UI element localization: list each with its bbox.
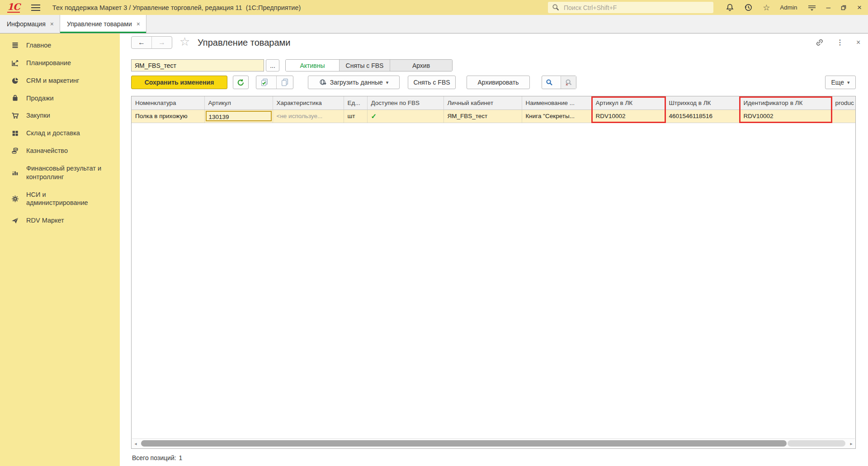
col-dostupen-po-fbs[interactable]: Доступен по FBS [367, 96, 443, 109]
col-lichnyy-kabinet[interactable]: Личный кабинет [443, 96, 522, 109]
scroll-right-arrow[interactable]: ▸ [848, 441, 855, 446]
more-button[interactable]: Еще ▾ [825, 76, 856, 89]
sidebar-item-zakupki[interactable]: Закупки [0, 107, 120, 124]
main-menu-icon[interactable] [31, 4, 41, 11]
user-menu-icon[interactable] [807, 4, 816, 11]
more-actions-kebab-icon[interactable]: ⋮ [836, 39, 844, 46]
sidebar-item-label: Продажи [26, 94, 54, 103]
tab-label: Управление товарами [67, 20, 132, 28]
user-name[interactable]: Admin [780, 4, 797, 11]
sidebar-item-finrezultat[interactable]: Финансовый результат и контроллинг [0, 160, 120, 186]
cell-artikul[interactable]: 130139 [204, 109, 273, 123]
close-form-icon[interactable]: × [856, 39, 860, 46]
col-artikul[interactable]: Артикул [204, 96, 273, 109]
cell-lichnyy-kabinet[interactable]: ЯМ_FBS_тест [443, 109, 522, 123]
horizontal-scrollbar[interactable]: ◂ ▸ [132, 438, 855, 448]
cell-identifikator-v-lk[interactable]: RDV10002 [740, 109, 831, 123]
col-identifikator-v-lk[interactable]: Идентификатор в ЛК [740, 96, 831, 109]
scrollbar-track[interactable] [139, 440, 848, 447]
cell-nomenklatura[interactable]: Полка в прихожую [132, 109, 204, 123]
viewtab-snyaty-s-fbs[interactable]: Сняты с FBS [339, 60, 390, 71]
back-button[interactable]: ← [132, 37, 151, 48]
col-product[interactable]: produc [831, 96, 856, 109]
search-icon [552, 4, 560, 11]
search-group [542, 76, 576, 89]
tab-upravlenie-tovarami[interactable]: Управление товарами × [60, 15, 146, 33]
planning-chart-icon [10, 59, 19, 67]
bar-chart-icon [10, 169, 19, 176]
artikul-edit-box[interactable]: 130139 [206, 111, 272, 121]
archive-button[interactable]: Архивировать [467, 76, 530, 89]
notifications-bell-icon[interactable] [726, 3, 734, 12]
unset-fbs-button[interactable]: Снять с FBS [408, 76, 456, 89]
sidebar-item-label: Планирование [26, 59, 71, 67]
history-icon[interactable] [744, 3, 753, 12]
menu-lines-icon [10, 42, 19, 49]
cell-product[interactable] [831, 109, 856, 123]
tab-informatsiya[interactable]: Информация × [0, 15, 60, 33]
sidebar-item-nsi[interactable]: НСИ и администрирование [0, 186, 120, 212]
sidebar-item-prodazhi[interactable]: Продажи [0, 90, 120, 107]
cell-fbs-check[interactable]: ✓ [367, 109, 443, 123]
restore-button[interactable] [840, 4, 847, 11]
cancel-find-button[interactable] [561, 76, 576, 89]
tab-close-icon[interactable]: × [137, 20, 140, 28]
blocks-grid-icon [10, 129, 19, 137]
table-row: Полка в прихожую 130139 <не используе...… [132, 109, 856, 123]
col-edinitsa[interactable]: Ед... [344, 96, 367, 109]
sidebar-item-crm[interactable]: CRM и маркетинг [0, 72, 120, 90]
col-harakteristika[interactable]: Характеристика [273, 96, 344, 109]
cell-naimenovanie[interactable]: Книга "Секреты... [522, 109, 592, 123]
tab-close-icon[interactable]: × [50, 20, 54, 28]
dropdown-caret-icon: ▾ [386, 80, 389, 86]
save-changes-button[interactable]: Сохранить изменения [131, 76, 227, 89]
table-header-row: Номенклатура Артикул Характеристика Ед..… [132, 96, 856, 109]
find-button[interactable] [542, 76, 557, 89]
scrollbar-thumb[interactable] [141, 440, 787, 447]
sidebar-item-label: RDV Маркет [26, 216, 64, 225]
page-title: Управление товарами [198, 38, 291, 48]
sidebar-item-label: Казначейство [26, 147, 68, 155]
sidebar-item-sklad[interactable]: Склад и доставка [0, 124, 120, 142]
col-nomenklatura[interactable]: Номенклатура [132, 96, 204, 109]
cabinet-filter-input[interactable] [131, 59, 264, 71]
scroll-left-arrow[interactable]: ◂ [132, 441, 139, 446]
sidebar-item-kaznacheystvo[interactable]: Казначейство [0, 142, 120, 160]
scrollbar-track-rest [788, 440, 845, 447]
load-data-button[interactable]: Загрузить данные ▾ [308, 76, 400, 89]
cell-artikul-v-lk[interactable]: RDV10002 [592, 109, 665, 123]
shopping-bag-icon [10, 94, 19, 102]
viewtab-aktivny[interactable]: Активны [286, 60, 339, 71]
close-window-button[interactable]: × [857, 4, 862, 11]
global-search-input[interactable] [563, 4, 700, 12]
col-artikul-v-lk[interactable]: Артикул в ЛК [592, 96, 665, 109]
global-search[interactable] [548, 2, 713, 13]
col-naimenovanie[interactable]: Наименование ... [522, 96, 592, 109]
tabbar: Информация × Управление товарами × [0, 15, 868, 33]
paper-plane-icon [10, 217, 19, 224]
app-title: Тех поддержка Маркет 3 / Управление торг… [52, 4, 301, 11]
globe-download-icon [319, 79, 327, 86]
choose-button[interactable]: ... [266, 59, 279, 71]
sidebar-item-planirovanie[interactable]: Планирование [0, 54, 120, 72]
minimize-button[interactable]: – [826, 4, 830, 11]
cell-shtrihkod-v-lk[interactable]: 4601546118516 [665, 109, 740, 123]
dropdown-caret-icon: ▾ [847, 80, 850, 86]
refresh-button[interactable] [233, 76, 249, 89]
sidebar-item-glavnoe[interactable]: Главное [0, 37, 120, 54]
check-all-button[interactable] [256, 76, 273, 89]
col-shtrihkod-v-lk[interactable]: Штрихкод в ЛК [665, 96, 740, 109]
uncheck-all-button[interactable] [276, 76, 293, 89]
pie-chart-icon [10, 77, 19, 85]
titlebar: 1С Тех поддержка Маркет 3 / Управление т… [0, 0, 868, 15]
sidebar-item-rdv-market[interactable]: RDV Маркет [0, 212, 120, 229]
get-link-icon[interactable] [815, 38, 824, 47]
forward-button[interactable]: → [151, 37, 172, 48]
cell-harakteristika[interactable]: <не используе... [273, 109, 344, 123]
load-data-label: Загрузить данные [330, 79, 383, 86]
main-content: ← → ☆ Управление товарами ⋮ × ... Активн… [120, 33, 868, 466]
cell-edinitsa[interactable]: шт [344, 109, 367, 123]
viewtab-arhiv[interactable]: Архив [390, 60, 452, 71]
favorites-star-icon[interactable]: ☆ [763, 4, 770, 12]
favorite-star-icon[interactable]: ☆ [179, 35, 190, 49]
